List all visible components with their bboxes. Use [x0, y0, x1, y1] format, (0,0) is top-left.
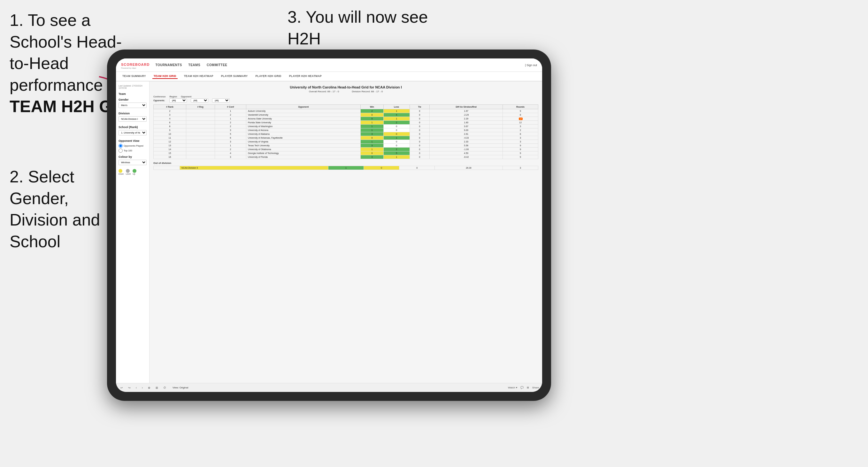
col-rounds: Rounds [502, 105, 538, 109]
table-header-row: # Rank # Reg # Conf Opponent Win Loss Ti… [154, 105, 538, 109]
opponents-filter-select[interactable]: (All) [169, 98, 187, 102]
legend-down-dot [119, 169, 122, 173]
nav-items: TOURNAMENTS TEAMS COMMITTEE [155, 62, 525, 68]
crop-btn[interactable]: ⊞ [154, 385, 159, 390]
out-of-division-label: Out of division [153, 162, 538, 164]
back-btn[interactable]: ‹ [134, 385, 138, 390]
sidebar-division-label: Division [119, 112, 147, 115]
sidebar-school-select[interactable]: 1. University of Nort... [119, 130, 147, 135]
ood-loss: 0 [364, 166, 399, 170]
grid-area: University of North Carolina Head-to-Hea… [150, 82, 542, 383]
col-loss: Loss [383, 105, 409, 109]
radio-opponents-played[interactable]: Opponents Played [119, 144, 147, 148]
ood-tie: 0 [399, 166, 435, 170]
sidebar-school-label: School (Rank) [119, 126, 147, 129]
ood-name: NCAA Division II [180, 166, 328, 170]
region-filter-select[interactable]: (All) [191, 98, 208, 102]
toolbar-right: Watch ▾ 💬 ⊞ Share [508, 386, 539, 389]
tab-team-h2h-grid[interactable]: TEAM H2H GRID [152, 74, 178, 79]
table-row: 13 1 Texas Tech University 3 0 0 5.56 9 [154, 144, 538, 148]
sidebar: Last Updated: 27/03/2024 16:55:38 Team G… [116, 82, 150, 383]
sign-out[interactable]: | Sign out [525, 64, 537, 67]
table-row: 6 2 Florida State University 1 2 0 1.83 … [154, 121, 538, 125]
zoom-btn[interactable]: ⊕ [147, 385, 152, 390]
undo-btn[interactable]: ↩ [119, 385, 124, 390]
bottom-toolbar: ↩ ↪ ‹ › ⊕ ⊞ ⏱ View: Original Watch ▾ 💬 ⊞… [116, 383, 542, 392]
filter-conference: Conference [153, 95, 166, 98]
legend-level-label: Level [126, 173, 131, 175]
grid-title: University of North Carolina Head-to-Hea… [153, 85, 538, 89]
sidebar-gender-select[interactable]: Men's [119, 102, 147, 108]
legend-level-dot [126, 169, 130, 173]
filter-selects-row: Opponents: (All) (All) (All) [153, 98, 538, 102]
sub-nav: TEAM SUMMARY TEAM H2H GRID TEAM H2H HEAT… [116, 72, 542, 82]
h2h-table: # Rank # Reg # Conf Opponent Win Loss Ti… [153, 104, 538, 159]
ood-win: 1 [328, 166, 364, 170]
view-original[interactable]: View: Original [173, 386, 188, 389]
table-row: 10 5 University of Alabama 3 0 0 2.61 8 [154, 132, 538, 136]
sidebar-radio-group: Opponents Played Top 100 [119, 144, 147, 153]
sidebar-colour-by-label: Colour by [119, 155, 147, 158]
nav-teams[interactable]: TEAMS [188, 62, 200, 68]
col-conf: # Conf [215, 105, 246, 109]
nav-tournaments[interactable]: TOURNAMENTS [155, 62, 182, 68]
sidebar-timestamp: Last Updated: 27/03/2024 16:55:38 [119, 85, 147, 89]
tablet-screen: SCOREBOARD Powered by clippi TOURNAMENTS… [116, 58, 542, 392]
tablet-frame: SCOREBOARD Powered by clippi TOURNAMENTS… [107, 50, 551, 401]
col-rank: # Rank [154, 105, 186, 109]
col-opponent: Opponent [246, 105, 361, 109]
table-row: 3 2 Vanderbilt University 0 4 0 -2.29 8 [154, 113, 538, 117]
sidebar-team-label: Team [119, 92, 147, 95]
tab-team-h2h-heatmap[interactable]: TEAM H2H HEATMAP [183, 74, 215, 79]
table-row: 14 2 University of Oklahoma 1 2 0 -1.00 … [154, 148, 538, 151]
sidebar-division-select[interactable]: NCAA Division I [119, 116, 147, 122]
table-row: 2 1 Auburn University 2 1 0 1.67 9 [154, 109, 538, 113]
records-row: Overall Record: 89 - 17 - 0 Division Rec… [153, 90, 538, 93]
table-row: 16 3 University of Florida 3 1 0 -6.42 9 [154, 155, 538, 159]
out-of-division-table: NCAA Division II 1 0 0 26.00 3 [153, 166, 538, 170]
tab-team-summary[interactable]: TEAM SUMMARY [121, 74, 147, 79]
main-content: Last Updated: 27/03/2024 16:55:38 Team G… [116, 82, 542, 383]
sidebar-gender-label: Gender [119, 98, 147, 101]
table-row: 4 1 Arizona State University 5 1 0 2.29 … [154, 117, 538, 121]
comment-btn[interactable]: 💬 [520, 386, 524, 389]
radio-top100[interactable]: Top 100 [119, 149, 147, 153]
filter-row: Conference Region Opponent [153, 95, 538, 98]
filter-opponent: Opponent [181, 95, 191, 98]
division-record: Division Record: 88 - 17 - 0 [352, 90, 383, 93]
logo-text: SCOREBOARD [121, 63, 150, 66]
share-btn[interactable]: Share [532, 386, 539, 389]
sidebar-colour-by-select[interactable]: Win/loss [119, 160, 147, 165]
color-legend: Down Level Up [119, 169, 147, 175]
col-diff: Diff Av Strokes/Rnd [430, 105, 502, 109]
settings-btn[interactable]: ⏱ [162, 385, 167, 390]
table-row: 8 2 University of Washington 1 0 0 3.67 … [154, 125, 538, 128]
legend-up-dot [132, 169, 136, 173]
table-row: 9 3 University of Arizona 1 0 0 9.00 2 [154, 128, 538, 132]
logo-sub: Powered by clippi [121, 67, 150, 69]
nav-committee[interactable]: COMMITTEE [207, 62, 227, 68]
top-nav: SCOREBOARD Powered by clippi TOURNAMENTS… [116, 58, 542, 72]
tab-player-h2h-heatmap[interactable]: PLAYER H2H HEATMAP [288, 74, 323, 79]
logo-area: SCOREBOARD Powered by clippi [121, 61, 150, 69]
col-tie: Tie [409, 105, 430, 109]
grid-btn[interactable]: ⊞ [527, 386, 529, 389]
legend-down-label: Down [119, 173, 124, 175]
table-row: 11 6 University of Arkansas, Fayettevill… [154, 136, 538, 140]
table-row: 12 3 University of Virginia 1 0 0 2.33 3 [154, 140, 538, 144]
sidebar-opponent-view-label: Opponent View [119, 139, 147, 143]
ood-diff: 26.00 [435, 166, 503, 170]
redo-btn[interactable]: ↪ [127, 385, 132, 390]
legend-up-label: Up [132, 173, 136, 175]
col-win: Win [361, 105, 383, 109]
filter-region: Region [169, 95, 177, 98]
ood-rounds: 3 [502, 166, 538, 170]
tab-player-summary[interactable]: PLAYER SUMMARY [220, 74, 249, 79]
col-reg: # Reg [186, 105, 215, 109]
forward-btn[interactable]: › [141, 385, 144, 390]
overall-record: Overall Record: 89 - 17 - 0 [309, 90, 339, 93]
watch-btn[interactable]: Watch ▾ [508, 386, 517, 389]
opponent-filter-select[interactable]: (All) [212, 98, 230, 102]
out-of-division-row: NCAA Division II 1 0 0 26.00 3 [154, 166, 538, 170]
tab-player-h2h-grid[interactable]: PLAYER H2H GRID [254, 74, 283, 79]
